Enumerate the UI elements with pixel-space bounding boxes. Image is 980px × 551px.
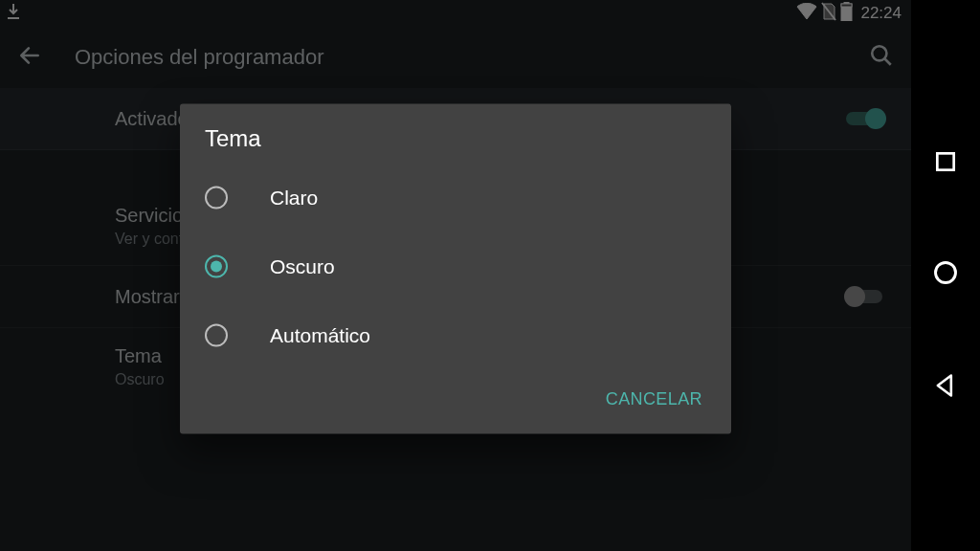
nav-back-icon[interactable] [932,372,959,403]
option-claro[interactable]: Claro [180,164,731,232]
app-screen: 22:24 Opciones del programador Activado … [0,0,911,551]
cancel-button[interactable]: CANCELAR [594,380,714,419]
system-navbar [911,0,980,551]
option-label: Oscuro [270,255,335,278]
nav-recent-icon[interactable] [933,149,958,178]
dialog-title: Tema [180,125,731,158]
theme-dialog: Tema Claro Oscuro Automático CANCELAR [180,104,731,434]
radio-icon [205,255,228,278]
radio-icon [205,324,228,347]
radio-icon [205,187,228,209]
svg-point-5 [936,263,956,283]
dialog-options: Claro Oscuro Automático [180,158,731,370]
svg-rect-4 [937,153,953,169]
option-oscuro[interactable]: Oscuro [180,232,731,301]
nav-home-icon[interactable] [932,259,959,290]
option-automatico[interactable]: Automático [180,301,731,370]
option-label: Claro [270,187,318,209]
option-label: Automático [270,324,370,347]
